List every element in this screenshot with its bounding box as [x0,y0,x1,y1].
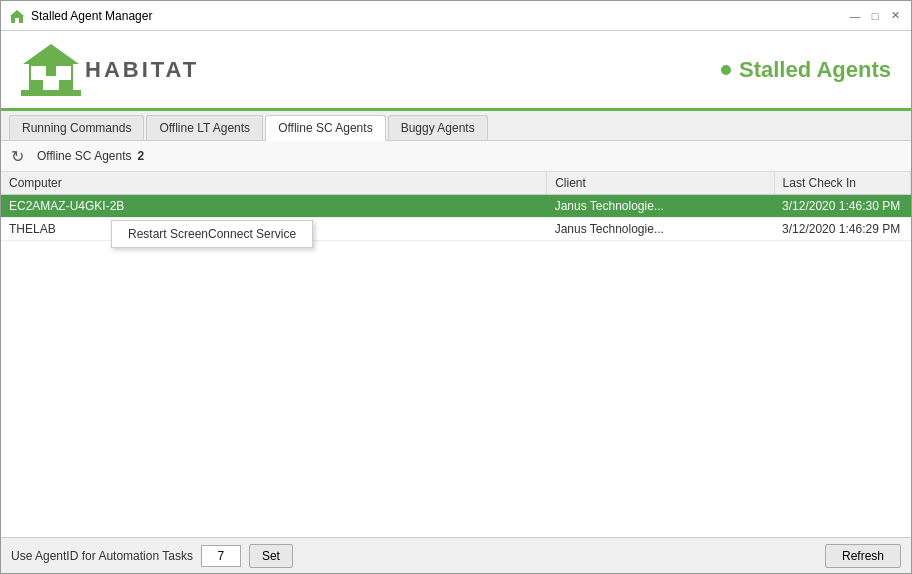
app-icon [9,8,25,24]
tabs-bar: Running Commands Offline LT Agents Offli… [1,111,911,141]
svg-rect-7 [21,90,81,96]
maximize-button[interactable]: □ [867,8,883,24]
cell-client: Janus Technologie... [547,195,774,218]
svg-rect-2 [15,18,19,23]
col-header-client: Client [547,172,774,195]
table-header: Computer Client Last Check In [1,172,911,195]
tab-offline-lt-agents[interactable]: Offline LT Agents [146,115,263,140]
stalled-agents-label: Stalled Agents [739,57,891,83]
col-header-checkin: Last Check In [774,172,910,195]
habitat-label: HABITAT [85,57,199,83]
stalled-agents-header: Stalled Agents [721,57,891,83]
minimize-button[interactable]: — [847,8,863,24]
footer-left: Use AgentID for Automation Tasks Set [11,544,293,568]
main-window: Stalled Agent Manager — □ ✕ HABITAT Stal… [0,0,912,574]
automation-label: Use AgentID for Automation Tasks [11,549,193,563]
footer: Use AgentID for Automation Tasks Set Ref… [1,537,911,573]
tab-running-commands[interactable]: Running Commands [9,115,144,140]
svg-marker-1 [10,10,24,16]
context-menu: Restart ScreenConnect Service [111,220,313,248]
content-area: ↻ Offline SC Agents 2 Computer Client La… [1,141,911,537]
tab-offline-sc-agents[interactable]: Offline SC Agents [265,115,386,141]
cell-checkin: 3/12/2020 1:46:29 PM [774,218,910,241]
window-title: Stalled Agent Manager [31,9,847,23]
status-dot [721,65,731,75]
count-badge: 2 [138,149,145,163]
refresh-button[interactable]: Refresh [825,544,901,568]
tab-buggy-agents[interactable]: Buggy Agents [388,115,488,140]
agents-table-container: Computer Client Last Check In EC2AMAZ-U4… [1,172,911,537]
svg-rect-6 [43,76,59,92]
cell-computer: EC2AMAZ-U4GKI-2B [1,195,547,218]
context-menu-item-restart-sc[interactable]: Restart ScreenConnect Service [112,221,312,247]
logo-area: HABITAT [21,42,199,97]
app-header: HABITAT Stalled Agents [1,31,911,111]
cell-client: Janus Technologie... [547,218,774,241]
table-row[interactable]: EC2AMAZ-U4GKI-2B Janus Technologie... 3/… [1,195,911,218]
close-button[interactable]: ✕ [887,8,903,24]
habitat-logo [21,42,81,97]
sub-header-title: Offline SC Agents [37,149,132,163]
set-button[interactable]: Set [249,544,293,568]
refresh-icon: ↻ [11,147,29,165]
sub-header: ↻ Offline SC Agents 2 [1,141,911,172]
col-header-computer: Computer [1,172,547,195]
title-bar: Stalled Agent Manager — □ ✕ [1,1,911,31]
cell-checkin: 3/12/2020 1:46:30 PM [774,195,910,218]
automation-input[interactable] [201,545,241,567]
window-controls: — □ ✕ [847,8,903,24]
